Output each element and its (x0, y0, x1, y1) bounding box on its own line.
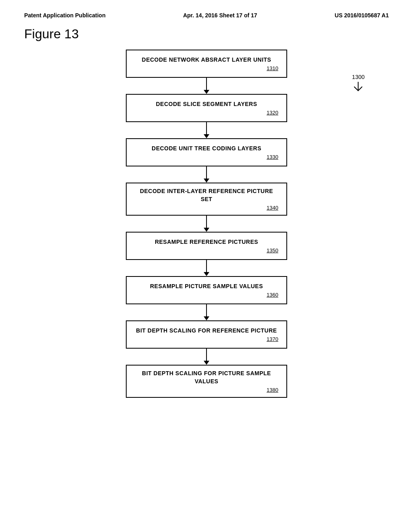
box-1330: DECODE UNIT TREE CODING LAYERS 1330 (126, 138, 287, 166)
arrow-6 (204, 304, 209, 320)
figure-label: Figure 13 (24, 27, 389, 42)
box-1370: BIT DEPTH SCALING FOR REFERENCE PICTURE … (126, 320, 287, 349)
arrow-head-2 (204, 134, 209, 138)
arrow-head-3 (204, 179, 209, 183)
arrow-line-4 (206, 216, 207, 228)
arrow-head-6 (204, 316, 209, 320)
arrow-head-5 (204, 272, 209, 276)
arrow-1 (204, 78, 209, 94)
arrow-line-6 (206, 304, 207, 316)
arrow-line-3 (206, 166, 207, 179)
diagram-id-label: 1300 (352, 74, 365, 80)
header-middle: Apr. 14, 2016 Sheet 17 of 17 (183, 12, 257, 19)
arrow-4 (204, 216, 209, 232)
box-1380: BIT DEPTH SCALING FOR PICTURE SAMPLE VAL… (126, 365, 287, 398)
arrow-line-1 (206, 78, 207, 90)
arrow-head-1 (204, 90, 209, 94)
bracket-arrow-icon (352, 82, 364, 94)
header-left: Patent Application Publication (24, 12, 106, 19)
box-1340: DECODE INTER-LAYER REFERENCE PICTURE SET… (126, 183, 287, 216)
arrow-line-2 (206, 122, 207, 134)
arrow-head-4 (204, 228, 209, 232)
box-1320: DECODE SLICE SEGMENT LAYERS 1320 (126, 94, 287, 122)
header-right: US 2016/0105687 A1 (335, 12, 389, 19)
arrow-line-5 (206, 260, 207, 272)
flow-diagram: DECODE NETWORK ABSRACT LAYER UNITS 1310 … (86, 50, 327, 398)
box-1350: RESAMPLE REFERENCE PICTURES 1350 (126, 232, 287, 260)
arrow-3 (204, 166, 209, 183)
arrow-2 (204, 122, 209, 138)
arrow-head-7 (204, 361, 209, 365)
arrow-7 (204, 349, 209, 365)
box-1360: RESAMPLE PICTURE SAMPLE VALUES 1360 (126, 276, 287, 304)
page-header: Patent Application Publication Apr. 14, … (0, 0, 413, 23)
arrow-line-7 (206, 349, 207, 361)
box-1310: DECODE NETWORK ABSRACT LAYER UNITS 1310 (126, 50, 287, 78)
diagram-id: 1300 (352, 74, 365, 94)
arrow-5 (204, 260, 209, 276)
